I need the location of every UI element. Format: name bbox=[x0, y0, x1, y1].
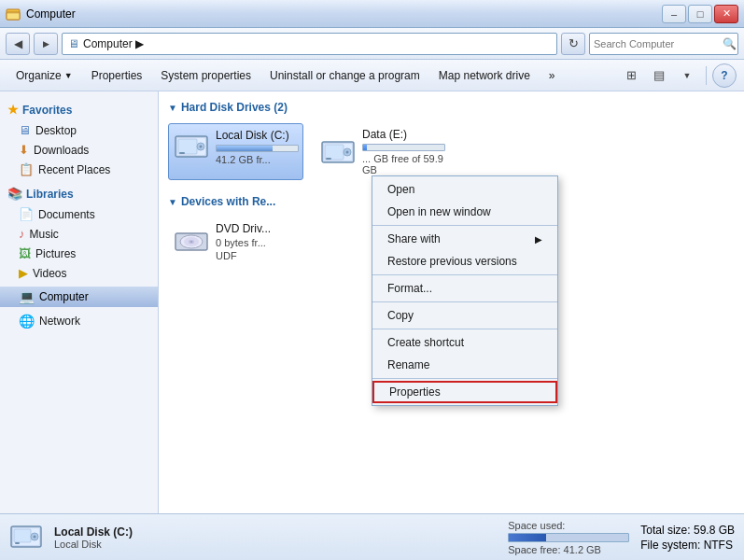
status-filesystem-label: File system: bbox=[640, 539, 700, 552]
network-section: 🌐 Network bbox=[0, 311, 158, 331]
uninstall-button[interactable]: Uninstall or change a program bbox=[261, 63, 428, 88]
dvd-name: DVD Driv... bbox=[216, 222, 299, 235]
local-disk-c-bar bbox=[217, 146, 273, 151]
content-area: ▼ Hard Disk Drives (2) bbox=[159, 91, 744, 513]
local-disk-c-info: Local Disk (C:) 41.2 GB fr... bbox=[216, 129, 299, 165]
libraries-section: 📚 Libraries 📄 Documents ♪ Music 🖼 Pictur… bbox=[0, 183, 158, 283]
pictures-label: Pictures bbox=[35, 247, 76, 260]
hdd-c-icon bbox=[173, 128, 210, 165]
properties-label: Properties bbox=[91, 69, 143, 82]
status-total-size-row: Total size: 59.8 GB bbox=[640, 524, 735, 537]
dvd-drive-item[interactable]: DVD Driv... 0 bytes fr... UDF bbox=[168, 217, 303, 266]
maximize-button[interactable]: □ bbox=[688, 5, 712, 23]
map-network-button[interactable]: Map network drive bbox=[430, 63, 539, 88]
ctx-open-new-window[interactable]: Open in new window bbox=[372, 201, 557, 223]
address-path-icon: 🖥 bbox=[68, 37, 79, 50]
status-space-free-row: Space free: 41.2 GB bbox=[508, 544, 629, 555]
sidebar-item-downloads[interactable]: ⬇ Downloads bbox=[0, 140, 158, 160]
svg-rect-21 bbox=[14, 529, 31, 542]
sidebar-item-music[interactable]: ♪ Music bbox=[0, 224, 158, 244]
ctx-restore-previous[interactable]: Restore previous versions bbox=[372, 250, 557, 273]
system-properties-button[interactable]: System properties bbox=[152, 63, 260, 88]
dvd-info-text: 0 bytes fr... bbox=[216, 237, 299, 248]
local-disk-c-name: Local Disk (C:) bbox=[216, 129, 299, 142]
recent-places-label: Recent Places bbox=[38, 163, 110, 176]
recent-places-icon: 📋 bbox=[19, 162, 34, 176]
ctx-create-shortcut[interactable]: Create shortcut bbox=[372, 331, 557, 354]
sidebar-item-desktop[interactable]: 🖥 Desktop bbox=[0, 120, 158, 140]
refresh-button[interactable]: ↻ bbox=[561, 33, 585, 55]
more-button[interactable]: » bbox=[540, 63, 564, 88]
address-path[interactable]: 🖥 Computer ▶ bbox=[62, 33, 557, 55]
svg-rect-24 bbox=[15, 542, 20, 544]
local-disk-c-item[interactable]: Local Disk (C:) 41.2 GB fr... bbox=[168, 123, 303, 180]
hard-disk-section-header: ▼ Hard Disk Drives (2) bbox=[168, 101, 735, 114]
sidebar-item-recent-places[interactable]: 📋 Recent Places bbox=[0, 160, 158, 179]
properties-button[interactable]: Properties bbox=[83, 63, 151, 88]
desktop-label: Desktop bbox=[35, 124, 77, 137]
music-icon: ♪ bbox=[19, 227, 25, 241]
documents-label: Documents bbox=[38, 208, 95, 221]
data-e-bar-container bbox=[362, 144, 445, 151]
local-disk-c-free: 41.2 GB fr... bbox=[216, 154, 299, 165]
explorer-icon bbox=[6, 7, 21, 21]
svg-point-6 bbox=[200, 146, 203, 148]
data-e-item[interactable]: Data (E:) ... GB free of 59.9 GB bbox=[315, 123, 450, 180]
status-info: Local Disk (C:) Local Disk bbox=[54, 525, 497, 550]
data-e-free: ... GB free of 59.9 GB bbox=[362, 153, 445, 175]
sidebar-item-videos[interactable]: ▶ Videos bbox=[0, 263, 158, 283]
drives-row: Local Disk (C:) 41.2 GB fr... bbox=[168, 123, 735, 180]
ctx-create-shortcut-label: Create shortcut bbox=[387, 336, 464, 349]
minimize-button[interactable]: – bbox=[662, 5, 686, 23]
downloads-label: Downloads bbox=[34, 144, 89, 157]
dvd-icon bbox=[173, 223, 210, 260]
local-disk-c-bar-container bbox=[216, 145, 299, 152]
data-e-name: Data (E:) bbox=[362, 128, 445, 141]
favorites-section: ★ Favorites 🖥 Desktop ⬇ Downloads 📋 Rece… bbox=[0, 99, 158, 179]
ctx-sep-1 bbox=[372, 225, 557, 226]
view-dropdown-icon[interactable]: ▼ bbox=[674, 63, 700, 88]
favorites-header[interactable]: ★ Favorites bbox=[0, 99, 158, 120]
svg-point-12 bbox=[346, 150, 349, 153]
computer-label: Computer bbox=[39, 290, 89, 303]
network-icon: 🌐 bbox=[19, 314, 35, 329]
search-input[interactable] bbox=[594, 38, 723, 49]
address-bar: ◀ ▶ 🖥 Computer ▶ ↻ 🔍 bbox=[0, 28, 744, 60]
view-toggle-button[interactable]: ▤ bbox=[646, 63, 672, 88]
ctx-sep-4 bbox=[372, 329, 557, 329]
libraries-icon: 📚 bbox=[7, 187, 22, 201]
dvd-type: UDF bbox=[216, 250, 299, 261]
dvd-drive-row: DVD Driv... 0 bytes fr... UDF bbox=[173, 222, 299, 261]
sidebar-item-network[interactable]: 🌐 Network bbox=[0, 311, 158, 331]
sidebar-item-computer[interactable]: 💻 Computer bbox=[0, 287, 158, 307]
libraries-header[interactable]: 📚 Libraries bbox=[0, 183, 158, 204]
svg-point-18 bbox=[190, 241, 192, 242]
search-box[interactable]: 🔍 bbox=[589, 33, 738, 55]
sidebar-item-documents[interactable]: 📄 Documents bbox=[0, 204, 158, 224]
ctx-share-with[interactable]: Share with ▶ bbox=[372, 228, 557, 250]
documents-icon: 📄 bbox=[19, 207, 34, 221]
ctx-open[interactable]: Open bbox=[372, 178, 557, 201]
help-button[interactable]: ? bbox=[712, 63, 737, 88]
ctx-properties[interactable]: Properties bbox=[372, 381, 557, 403]
sidebar-item-pictures[interactable]: 🖼 Pictures bbox=[0, 244, 158, 263]
ctx-format[interactable]: Format... bbox=[372, 277, 557, 300]
close-button[interactable]: ✕ bbox=[714, 5, 738, 23]
forward-button[interactable]: ▶ bbox=[34, 33, 58, 55]
back-button[interactable]: ◀ bbox=[6, 33, 30, 55]
ctx-restore-previous-label: Restore previous versions bbox=[387, 255, 517, 268]
context-menu: Open Open in new window Share with ▶ Res… bbox=[372, 175, 558, 406]
main-layout: ★ Favorites 🖥 Desktop ⬇ Downloads 📋 Rece… bbox=[0, 91, 744, 513]
videos-icon: ▶ bbox=[19, 266, 28, 280]
organize-button[interactable]: Organize ▼ bbox=[7, 63, 81, 88]
uninstall-label: Uninstall or change a program bbox=[270, 69, 420, 82]
view-options-button[interactable]: ⊞ bbox=[618, 63, 644, 88]
sidebar: ★ Favorites 🖥 Desktop ⬇ Downloads 📋 Rece… bbox=[0, 91, 159, 513]
ctx-rename[interactable]: Rename bbox=[372, 354, 557, 376]
computer-section: 💻 Computer bbox=[0, 287, 158, 307]
data-e-row: Data (E:) ... GB free of 59.9 GB bbox=[319, 128, 445, 175]
ctx-copy[interactable]: Copy bbox=[372, 304, 557, 327]
ctx-properties-label: Properties bbox=[389, 385, 441, 399]
ctx-share-arrow-icon: ▶ bbox=[535, 234, 542, 245]
network-label: Network bbox=[39, 315, 80, 328]
